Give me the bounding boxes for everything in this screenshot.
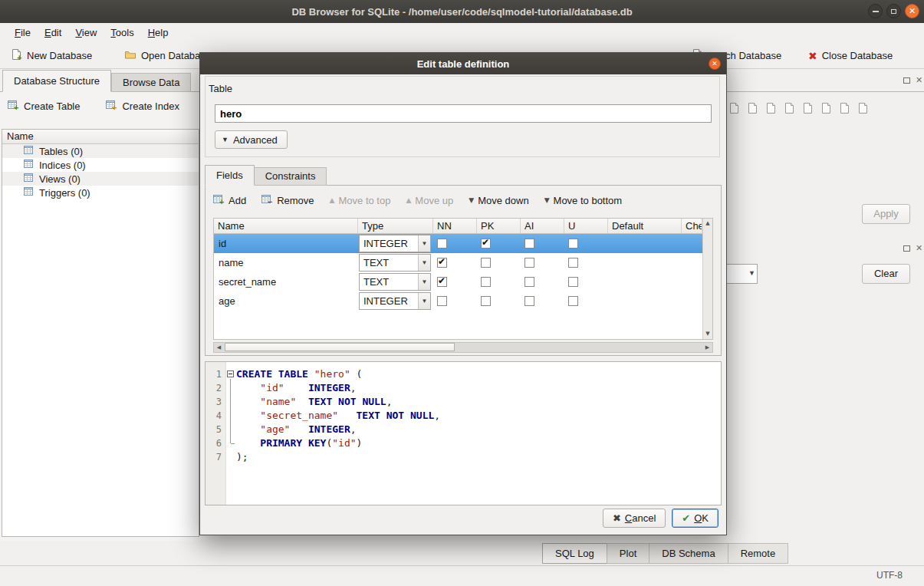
tab-browse-data[interactable]: Browse Data	[111, 73, 191, 92]
fold-marker-box[interactable]	[225, 367, 236, 381]
column-header-type[interactable]: Type	[358, 219, 433, 234]
chevron-down-icon[interactable]: ▼	[418, 293, 430, 309]
column-header-default[interactable]: Default	[608, 219, 682, 234]
scrollbar-thumb[interactable]	[225, 343, 455, 351]
scroll-up-icon[interactable]: ▲	[703, 219, 712, 229]
default-cell[interactable]	[608, 291, 682, 311]
tab-constraints[interactable]: Constraints	[255, 167, 327, 186]
ok-button[interactable]: ✔ OK	[672, 509, 718, 528]
menu-help[interactable]: Help	[141, 23, 176, 43]
check-cell[interactable]	[682, 272, 702, 291]
grid-horizontal-scrollbar[interactable]: ◀ ▶	[213, 342, 713, 353]
nn-checkbox[interactable]	[437, 277, 447, 287]
column-header-name[interactable]: Name	[214, 219, 358, 234]
field-row-age[interactable]: ageINTEGER▼	[214, 291, 712, 311]
type-combobox[interactable]: TEXT▼	[359, 254, 431, 272]
u-checkbox[interactable]	[568, 277, 578, 287]
close-database-button[interactable]: ✖ Close Database	[805, 43, 896, 68]
tab-remote[interactable]: Remote	[728, 543, 789, 564]
dock-toolbar-icon[interactable]	[784, 102, 795, 117]
tab-db-schema[interactable]: DB Schema	[649, 543, 728, 564]
menu-file[interactable]: File	[8, 23, 38, 43]
clear-button[interactable]: Clear	[862, 264, 910, 284]
advanced-toggle-button[interactable]: ▼ Advanced	[215, 130, 288, 149]
orange-close-icon[interactable]: ✕	[709, 58, 721, 70]
pk-checkbox[interactable]	[481, 296, 491, 306]
pk-checkbox[interactable]	[481, 277, 491, 287]
u-checkbox[interactable]	[568, 296, 578, 306]
collapse-box-icon[interactable]	[227, 370, 234, 377]
ai-checkbox[interactable]	[524, 258, 534, 268]
tree-item-views-0[interactable]: Views (0)	[2, 172, 199, 186]
new-database-button[interactable]: + New Database	[8, 43, 95, 68]
ai-checkbox[interactable]	[524, 296, 534, 306]
dock-toolbar-icon[interactable]	[747, 102, 758, 117]
field-row-secret-name[interactable]: secret_nameTEXT▼	[214, 272, 712, 291]
pk-checkbox[interactable]	[481, 258, 491, 268]
default-cell[interactable]	[608, 253, 682, 272]
dock-toolbar-icon[interactable]	[820, 102, 832, 117]
type-combobox[interactable]: TEXT▼	[359, 273, 431, 291]
dock-toolbar-icon[interactable]	[728, 102, 740, 117]
tree-header-name[interactable]: Name	[2, 130, 199, 144]
tree-item-tables-0[interactable]: Tables (0)	[2, 144, 199, 158]
menu-tools[interactable]: Tools	[104, 23, 140, 43]
menu-view[interactable]: View	[68, 23, 104, 43]
chevron-down-icon[interactable]: ▼	[418, 274, 430, 290]
dock-toolbar-icon[interactable]	[802, 102, 814, 117]
field-row-id[interactable]: idINTEGER▼	[214, 234, 712, 253]
move-down-button[interactable]: ▼Move down	[469, 195, 528, 206]
field-name-cell[interactable]: name	[214, 253, 358, 272]
apply-button[interactable]: Apply	[862, 204, 910, 224]
restore-icon[interactable]	[903, 245, 910, 252]
type-combobox[interactable]: INTEGER▼	[359, 292, 431, 310]
u-checkbox[interactable]	[568, 239, 578, 249]
dock-toolbar-icon[interactable]	[857, 102, 869, 117]
default-cell[interactable]	[608, 234, 682, 253]
ai-checkbox[interactable]	[524, 277, 534, 287]
column-header-pk[interactable]: PK	[477, 219, 521, 234]
dock-toolbar-icon[interactable]	[839, 102, 850, 117]
field-name-cell[interactable]: secret_name	[214, 272, 358, 291]
column-header-ai[interactable]: AI	[521, 219, 564, 234]
tab-plot[interactable]: Plot	[607, 543, 649, 564]
field-name-cell[interactable]: age	[214, 291, 358, 311]
move-to-bottom-button[interactable]: ▼Move to bottom	[544, 195, 623, 206]
u-checkbox[interactable]	[568, 258, 578, 268]
maximize-icon[interactable]	[886, 4, 901, 18]
grid-vertical-scrollbar[interactable]: ▲ ▼	[702, 219, 712, 339]
field-name-cell[interactable]: id	[214, 234, 358, 253]
check-cell[interactable]	[682, 291, 702, 311]
minimize-icon[interactable]	[868, 4, 883, 18]
chevron-down-icon[interactable]: ▼	[418, 235, 430, 252]
menu-edit[interactable]: Edit	[38, 23, 68, 43]
column-header-nn[interactable]: NN	[433, 219, 477, 234]
close-icon[interactable]: ✕	[905, 4, 919, 18]
field-row-name[interactable]: nameTEXT▼	[214, 253, 712, 272]
scroll-left-icon[interactable]: ◀	[214, 343, 224, 352]
tree-item-indices-0[interactable]: Indices (0)	[2, 158, 199, 172]
column-header-che[interactable]: Che	[682, 219, 702, 234]
default-cell[interactable]	[608, 272, 682, 291]
dock-close-icon[interactable]: ✕	[916, 76, 922, 84]
nn-checkbox[interactable]	[437, 296, 447, 306]
table-name-input[interactable]	[215, 104, 712, 123]
dock-toolbar-icon[interactable]	[765, 102, 777, 117]
remove-button[interactable]: −Remove	[261, 194, 314, 207]
tab-fields[interactable]: Fields	[205, 165, 255, 186]
tab-database-structure[interactable]: Database Structure	[2, 70, 111, 92]
scroll-down-icon[interactable]: ▼	[703, 329, 712, 339]
tree-item-triggers-0[interactable]: Triggers (0)	[2, 186, 199, 199]
nn-checkbox[interactable]	[437, 239, 447, 249]
column-header-u[interactable]: U	[564, 219, 608, 234]
pk-checkbox[interactable]	[481, 239, 491, 249]
nn-checkbox[interactable]	[437, 258, 447, 268]
create-index-button[interactable]: + Create Index	[106, 100, 179, 113]
create-table-button[interactable]: + Create Table	[8, 100, 80, 113]
cancel-button[interactable]: ✖ Cancel	[603, 509, 666, 528]
check-cell[interactable]	[682, 253, 702, 272]
type-combobox[interactable]: INTEGER▼	[359, 235, 431, 252]
check-cell[interactable]	[682, 234, 702, 253]
scroll-right-icon[interactable]: ▶	[702, 343, 712, 352]
dock-close-icon[interactable]: ✕	[916, 244, 922, 252]
